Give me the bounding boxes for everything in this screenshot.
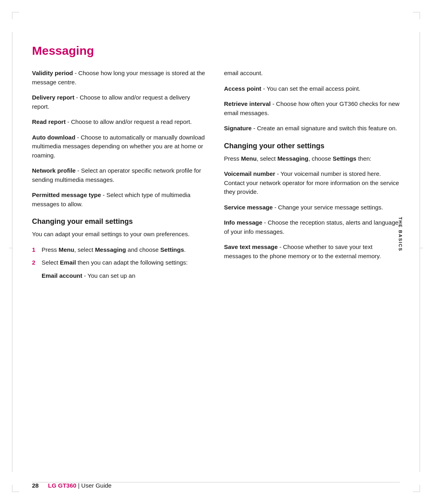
page-title: Messaging xyxy=(32,44,400,58)
term-read-report: Read report xyxy=(32,118,66,125)
email-account-cont: email account. xyxy=(224,69,400,78)
corner-mark-bottom-left xyxy=(12,485,19,492)
entry-read-report: Read report - Choose to allow and/or req… xyxy=(32,118,208,127)
term-retrieve-interval: Retrieve interval xyxy=(224,100,271,107)
footer-brand: LG GT360 | User Guide xyxy=(48,482,112,489)
entry-voicemail-number: Voicemail number - Your voicemail number… xyxy=(224,169,400,197)
email-step-2: 2 Select Email then you can adapt the fo… xyxy=(32,258,208,267)
desc-signature: - Create an email signature and switch t… xyxy=(252,125,397,131)
entry-info-message: Info message - Choose the reception stat… xyxy=(224,218,400,236)
email-step-1: 1 Press Menu, select Messaging and choos… xyxy=(32,245,208,255)
step-1-text-mid: , select xyxy=(74,246,95,253)
two-column-layout: Validity period - Choose how long your m… xyxy=(32,69,400,280)
other-settings-intro: Press Menu, select Messaging, choose Set… xyxy=(224,154,400,163)
term-service-message: Service message xyxy=(224,204,273,211)
term-permitted-message-type: Permitted message type xyxy=(32,191,101,198)
desc-email-account: - You can set up an xyxy=(82,272,136,279)
right-column: email account. Access point - You can se… xyxy=(224,69,400,280)
term-email-account: Email account xyxy=(42,272,82,279)
page-number: 28 xyxy=(32,482,39,489)
entry-permitted-message-type: Permitted message type - Select which ty… xyxy=(32,191,208,209)
term-access-point: Access point xyxy=(224,85,261,92)
entry-retrieve-interval: Retrieve interval - Choose how often you… xyxy=(224,100,400,118)
entry-auto-download: Auto download - Choose to automatically … xyxy=(32,133,208,160)
tick-right xyxy=(420,248,423,248)
page-container: THE BASICS Messaging Validity period - C… xyxy=(0,0,432,504)
step-2-content: Select Email then you can adapt the foll… xyxy=(42,258,188,267)
entry-signature: Signature - Create an email signature an… xyxy=(224,124,400,133)
other-intro-before: Press xyxy=(224,155,241,162)
step-1-bold1: Menu xyxy=(59,246,74,253)
desc-read-report: - Choose to allow and/or request a read … xyxy=(66,118,192,125)
step-1-content: Press Menu, select Messaging and choose … xyxy=(42,245,186,255)
step-1-bold2: Messaging xyxy=(95,246,126,253)
step-2-number: 2 xyxy=(32,258,38,267)
step-2-text-after: then you can adapt the following setting… xyxy=(76,259,188,266)
term-auto-download: Auto download xyxy=(32,134,75,141)
step-1-text-before: Press xyxy=(42,246,59,253)
footer-separator: | xyxy=(76,482,81,489)
email-settings-heading: Changing your email settings xyxy=(32,217,208,226)
sidebar-label: THE BASICS xyxy=(398,217,403,252)
content-area: Messaging Validity period - Choose how l… xyxy=(32,24,400,280)
term-save-text-message: Save text message xyxy=(224,243,278,250)
corner-mark-top-right xyxy=(413,12,420,19)
step-1-number: 1 xyxy=(32,245,38,255)
step-1-bold3: Settings xyxy=(160,246,184,253)
term-network-profile: Network profile xyxy=(32,167,76,174)
entry-save-text-message: Save text message - Choose whether to sa… xyxy=(224,243,400,261)
step-2-bold1: Email xyxy=(60,259,76,266)
corner-mark-bottom-right xyxy=(413,485,420,492)
side-line-left xyxy=(12,32,12,472)
email-steps-list: 1 Press Menu, select Messaging and choos… xyxy=(32,245,208,267)
term-validity-period: Validity period xyxy=(32,70,73,76)
other-settings-heading: Changing your other settings xyxy=(224,142,400,150)
entry-validity-period: Validity period - Choose how long your m… xyxy=(32,69,208,87)
term-voicemail-number: Voicemail number xyxy=(224,170,275,177)
other-intro-end: then: xyxy=(356,155,372,162)
other-intro-bold2: Messaging xyxy=(277,155,308,162)
desc-service-message: - Change your service message settings. xyxy=(273,204,383,211)
side-line-right xyxy=(420,32,420,472)
step-2-text-before: Select xyxy=(42,259,60,266)
other-intro-bold1: Menu xyxy=(241,155,257,162)
other-intro-mid: , select xyxy=(257,155,278,162)
left-column: Validity period - Choose how long your m… xyxy=(32,69,208,280)
other-intro-bold3: Settings xyxy=(333,155,356,162)
entry-delivery-report: Delivery report - Choose to allow and/or… xyxy=(32,93,208,111)
term-delivery-report: Delivery report xyxy=(32,94,74,101)
entry-access-point: Access point - You can set the email acc… xyxy=(224,84,400,94)
step-1-text-after: and choose xyxy=(126,246,160,253)
other-intro-after: , choose xyxy=(308,155,333,162)
brand-name: LG GT360 xyxy=(48,482,76,489)
email-settings-intro: You can adapt your email settings to you… xyxy=(32,230,208,239)
step-1-text-end: . xyxy=(184,246,186,253)
entry-network-profile: Network profile - Select an operator spe… xyxy=(32,166,208,184)
desc-access-point: - You can set the email access point. xyxy=(261,85,360,92)
sub-entry-email-account: Email account - You can set up an xyxy=(42,271,208,281)
footer-guide: User Guide xyxy=(81,482,112,489)
term-signature: Signature xyxy=(224,125,252,131)
entry-service-message: Service message - Change your service me… xyxy=(224,203,400,212)
term-info-message: Info message xyxy=(224,219,262,226)
tick-left xyxy=(9,248,12,248)
corner-mark-top-left xyxy=(12,12,19,19)
